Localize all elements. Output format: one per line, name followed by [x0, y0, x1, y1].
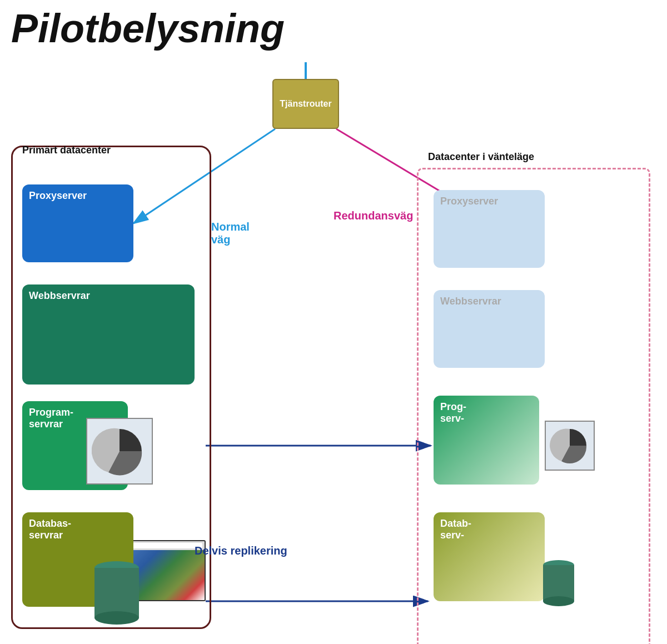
standby-dc-label: Datacenter i vänteläge — [428, 151, 534, 163]
app-standby-label: Prog-serv- — [440, 401, 466, 425]
replikering-label-text: Delvis replikering — [195, 545, 287, 557]
web-primary-label: Webbservrar — [29, 290, 90, 302]
cylinder-standby-svg — [539, 557, 578, 612]
web-server-standby: Webbservrar — [434, 290, 545, 368]
web-server-primary: Webbservrar — [22, 284, 195, 385]
cylinder-primary-svg — [89, 557, 145, 629]
redundans-label-text: Redundansväg — [334, 209, 413, 222]
db-server-standby: Datab-serv- — [434, 512, 545, 601]
db-cylinder-standby — [539, 557, 578, 615]
primary-dc-label: Primärt datacenter — [22, 144, 111, 156]
db-primary-label: Databas-servrar — [29, 518, 71, 541]
proxy-server-standby: Proxyserver — [434, 190, 545, 268]
browser-urlbar — [126, 543, 202, 548]
pie-chart-primary-svg — [92, 423, 147, 479]
db-cylinder-primary — [89, 557, 145, 631]
pie-chart-standby — [545, 421, 595, 471]
app-server-standby: Prog-serv- — [434, 396, 539, 485]
svg-rect-11 — [94, 568, 139, 618]
page-title: Pilotbelysning — [0, 0, 667, 57]
normal-label-text: Normalväg — [211, 221, 250, 246]
db-standby-label: Datab-serv- — [440, 518, 471, 541]
normal-path-label: Normalväg — [211, 221, 250, 246]
app-primary-label: Program-servrar — [29, 407, 73, 430]
svg-point-16 — [543, 596, 574, 606]
svg-rect-15 — [543, 565, 574, 601]
router-label: Tjänstrouter — [280, 99, 331, 109]
svg-point-12 — [94, 611, 139, 625]
proxy-standby-label: Proxyserver — [440, 196, 498, 207]
router-box: Tjänstrouter — [272, 79, 339, 129]
proxy-server-primary: Proxyserver — [22, 184, 133, 262]
web-standby-label: Webbservrar — [440, 296, 501, 307]
pie-chart-primary — [86, 418, 153, 485]
redundans-path-label: Redundansväg — [334, 209, 413, 222]
delvis-replikering-label: Delvis replikering — [195, 545, 287, 557]
proxy-primary-label: Proxyserver — [29, 190, 87, 202]
diagram-area: Tjänstrouter Primärt datacenter Datacent… — [0, 57, 667, 644]
pie-chart-standby-svg — [549, 425, 591, 467]
